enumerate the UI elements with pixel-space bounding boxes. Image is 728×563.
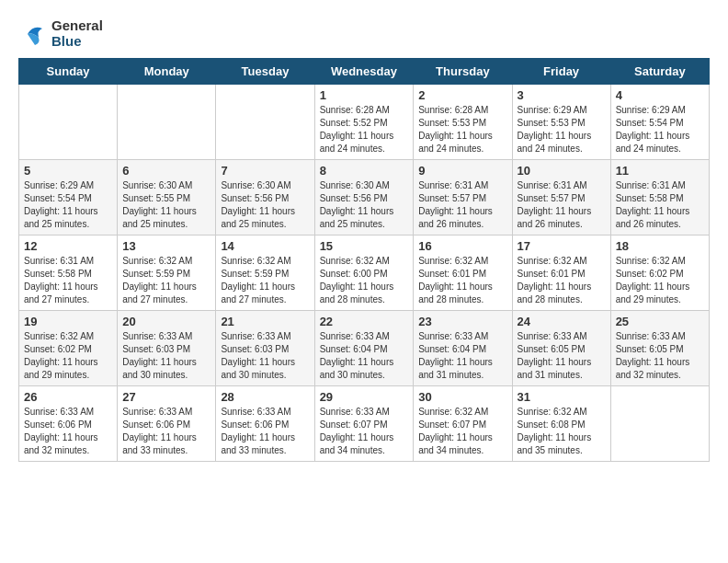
weekday-header-sunday: Sunday xyxy=(19,59,118,85)
calendar-week-row: 1Sunrise: 6:28 AM Sunset: 5:52 PM Daylig… xyxy=(19,85,710,160)
day-info: Sunrise: 6:33 AM Sunset: 6:04 PM Dayligh… xyxy=(320,330,409,382)
day-info: Sunrise: 6:30 AM Sunset: 5:55 PM Dayligh… xyxy=(122,179,210,231)
day-number: 15 xyxy=(320,239,409,253)
day-number: 18 xyxy=(616,239,704,253)
day-number: 3 xyxy=(518,88,606,102)
day-number: 29 xyxy=(320,390,409,404)
day-number: 21 xyxy=(221,315,309,328)
calendar-cell: 17Sunrise: 6:32 AM Sunset: 6:01 PM Dayli… xyxy=(512,236,610,311)
day-info: Sunrise: 6:30 AM Sunset: 5:56 PM Dayligh… xyxy=(221,179,309,231)
calendar-cell: 11Sunrise: 6:31 AM Sunset: 5:58 PM Dayli… xyxy=(610,160,709,236)
calendar-week-row: 12Sunrise: 6:31 AM Sunset: 5:58 PM Dayli… xyxy=(19,236,710,311)
calendar-cell: 23Sunrise: 6:33 AM Sunset: 6:04 PM Dayli… xyxy=(414,311,512,386)
calendar-cell: 16Sunrise: 6:32 AM Sunset: 6:01 PM Dayli… xyxy=(414,236,512,311)
day-info: Sunrise: 6:31 AM Sunset: 5:57 PM Dayligh… xyxy=(418,179,506,231)
calendar-cell: 19Sunrise: 6:32 AM Sunset: 6:02 PM Dayli… xyxy=(19,311,118,386)
day-info: Sunrise: 6:28 AM Sunset: 5:53 PM Dayligh… xyxy=(418,104,506,155)
day-number: 20 xyxy=(122,315,210,328)
day-number: 14 xyxy=(221,239,309,253)
page-header: General Blue xyxy=(18,18,710,49)
calendar-cell xyxy=(610,386,709,462)
day-number: 2 xyxy=(418,88,506,102)
weekday-header-friday: Friday xyxy=(512,59,610,85)
day-number: 27 xyxy=(122,390,210,404)
weekday-header-thursday: Thursday xyxy=(414,59,512,85)
day-info: Sunrise: 6:32 AM Sunset: 6:01 PM Dayligh… xyxy=(418,255,506,306)
day-info: Sunrise: 6:29 AM Sunset: 5:54 PM Dayligh… xyxy=(616,104,704,155)
day-info: Sunrise: 6:32 AM Sunset: 5:59 PM Dayligh… xyxy=(221,255,309,306)
day-number: 25 xyxy=(616,315,704,328)
logo-bird-icon xyxy=(18,19,48,49)
day-info: Sunrise: 6:33 AM Sunset: 6:06 PM Dayligh… xyxy=(221,406,309,457)
day-info: Sunrise: 6:32 AM Sunset: 6:02 PM Dayligh… xyxy=(24,330,112,382)
logo: General Blue xyxy=(18,18,103,49)
day-info: Sunrise: 6:32 AM Sunset: 6:00 PM Dayligh… xyxy=(320,255,409,306)
day-info: Sunrise: 6:30 AM Sunset: 5:56 PM Dayligh… xyxy=(320,179,409,231)
day-info: Sunrise: 6:33 AM Sunset: 6:03 PM Dayligh… xyxy=(221,330,309,382)
day-number: 1 xyxy=(320,88,409,102)
calendar-cell: 31Sunrise: 6:32 AM Sunset: 6:08 PM Dayli… xyxy=(512,386,610,462)
calendar-week-row: 19Sunrise: 6:32 AM Sunset: 6:02 PM Dayli… xyxy=(19,311,710,386)
calendar-cell: 18Sunrise: 6:32 AM Sunset: 6:02 PM Dayli… xyxy=(610,236,709,311)
day-number: 26 xyxy=(24,390,112,404)
calendar-cell: 29Sunrise: 6:33 AM Sunset: 6:07 PM Dayli… xyxy=(314,386,414,462)
day-number: 7 xyxy=(221,164,309,178)
day-info: Sunrise: 6:33 AM Sunset: 6:07 PM Dayligh… xyxy=(320,406,409,457)
calendar-cell xyxy=(19,85,118,160)
day-info: Sunrise: 6:33 AM Sunset: 6:03 PM Dayligh… xyxy=(122,330,210,382)
day-info: Sunrise: 6:32 AM Sunset: 6:02 PM Dayligh… xyxy=(616,255,704,306)
day-number: 12 xyxy=(24,239,112,253)
calendar-cell: 7Sunrise: 6:30 AM Sunset: 5:56 PM Daylig… xyxy=(216,160,314,236)
calendar-cell: 13Sunrise: 6:32 AM Sunset: 5:59 PM Dayli… xyxy=(118,236,216,311)
day-info: Sunrise: 6:33 AM Sunset: 6:04 PM Dayligh… xyxy=(418,330,506,382)
day-number: 24 xyxy=(518,315,606,328)
day-number: 9 xyxy=(418,164,506,178)
day-info: Sunrise: 6:33 AM Sunset: 6:06 PM Dayligh… xyxy=(24,406,112,457)
day-number: 22 xyxy=(320,315,409,328)
day-info: Sunrise: 6:28 AM Sunset: 5:52 PM Dayligh… xyxy=(320,104,409,155)
day-info: Sunrise: 6:33 AM Sunset: 6:05 PM Dayligh… xyxy=(616,330,704,382)
calendar-cell: 15Sunrise: 6:32 AM Sunset: 6:00 PM Dayli… xyxy=(314,236,414,311)
day-number: 19 xyxy=(24,315,112,328)
calendar-cell: 9Sunrise: 6:31 AM Sunset: 5:57 PM Daylig… xyxy=(414,160,512,236)
day-number: 28 xyxy=(221,390,309,404)
weekday-header-wednesday: Wednesday xyxy=(314,59,414,85)
day-number: 30 xyxy=(418,390,506,404)
weekday-header-tuesday: Tuesday xyxy=(216,59,314,85)
calendar-cell: 10Sunrise: 6:31 AM Sunset: 5:57 PM Dayli… xyxy=(512,160,610,236)
logo-general-text: General xyxy=(51,18,103,34)
weekday-header-row: SundayMondayTuesdayWednesdayThursdayFrid… xyxy=(19,59,710,85)
day-number: 17 xyxy=(518,239,606,253)
day-number: 13 xyxy=(122,239,210,253)
day-number: 10 xyxy=(518,164,606,178)
day-info: Sunrise: 6:32 AM Sunset: 6:07 PM Dayligh… xyxy=(418,406,506,457)
day-info: Sunrise: 6:29 AM Sunset: 5:54 PM Dayligh… xyxy=(24,179,112,231)
weekday-header-monday: Monday xyxy=(118,59,216,85)
day-number: 23 xyxy=(418,315,506,328)
day-info: Sunrise: 6:32 AM Sunset: 6:01 PM Dayligh… xyxy=(518,255,606,306)
calendar-cell: 22Sunrise: 6:33 AM Sunset: 6:04 PM Dayli… xyxy=(314,311,414,386)
calendar-table: SundayMondayTuesdayWednesdayThursdayFrid… xyxy=(18,58,710,462)
calendar-week-row: 5Sunrise: 6:29 AM Sunset: 5:54 PM Daylig… xyxy=(19,160,710,236)
day-number: 5 xyxy=(24,164,112,178)
calendar-cell: 28Sunrise: 6:33 AM Sunset: 6:06 PM Dayli… xyxy=(216,386,314,462)
day-number: 16 xyxy=(418,239,506,253)
calendar-cell: 20Sunrise: 6:33 AM Sunset: 6:03 PM Dayli… xyxy=(118,311,216,386)
day-number: 8 xyxy=(320,164,409,178)
day-info: Sunrise: 6:31 AM Sunset: 5:58 PM Dayligh… xyxy=(616,179,704,231)
calendar-cell: 25Sunrise: 6:33 AM Sunset: 6:05 PM Dayli… xyxy=(610,311,709,386)
calendar-cell xyxy=(118,85,216,160)
calendar-cell: 1Sunrise: 6:28 AM Sunset: 5:52 PM Daylig… xyxy=(314,85,414,160)
calendar-cell: 2Sunrise: 6:28 AM Sunset: 5:53 PM Daylig… xyxy=(414,85,512,160)
calendar-cell: 8Sunrise: 6:30 AM Sunset: 5:56 PM Daylig… xyxy=(314,160,414,236)
day-info: Sunrise: 6:32 AM Sunset: 6:08 PM Dayligh… xyxy=(518,406,606,457)
day-info: Sunrise: 6:31 AM Sunset: 5:57 PM Dayligh… xyxy=(518,179,606,231)
day-info: Sunrise: 6:33 AM Sunset: 6:05 PM Dayligh… xyxy=(518,330,606,382)
calendar-cell xyxy=(216,85,314,160)
calendar-cell: 21Sunrise: 6:33 AM Sunset: 6:03 PM Dayli… xyxy=(216,311,314,386)
day-number: 6 xyxy=(122,164,210,178)
calendar-cell: 26Sunrise: 6:33 AM Sunset: 6:06 PM Dayli… xyxy=(19,386,118,462)
day-number: 11 xyxy=(616,164,704,178)
calendar-cell: 24Sunrise: 6:33 AM Sunset: 6:05 PM Dayli… xyxy=(512,311,610,386)
calendar-cell: 4Sunrise: 6:29 AM Sunset: 5:54 PM Daylig… xyxy=(610,85,709,160)
